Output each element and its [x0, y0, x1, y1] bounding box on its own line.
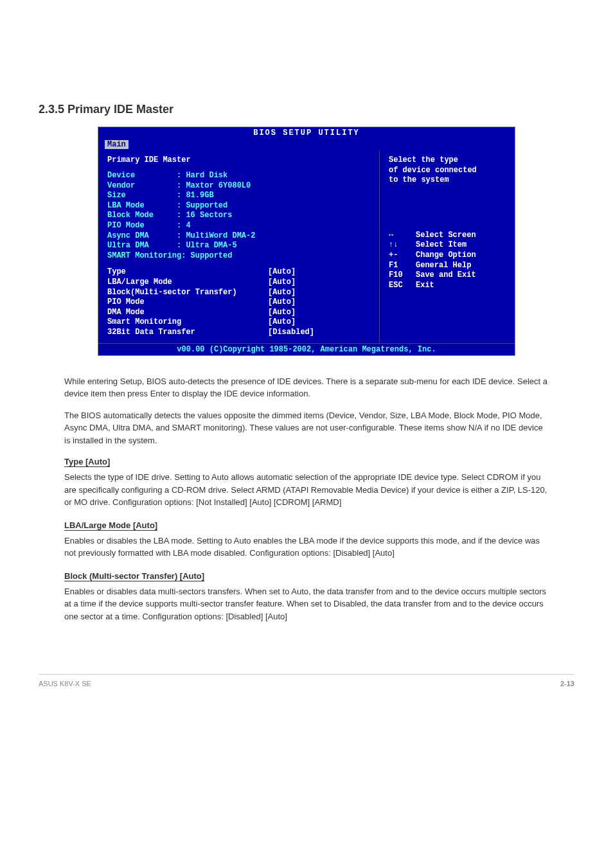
setting-label: DMA Mode: [107, 308, 268, 318]
lba-heading: LBA/Large Mode [Auto]: [64, 520, 157, 531]
bios-info-row: PIO Mode : 4: [107, 221, 370, 231]
nav-row: +- Change Option: [389, 251, 506, 261]
nav-label: Select Item: [416, 240, 466, 251]
lba-paragraph: Enables or disables the LBA mode. Settin…: [64, 535, 549, 560]
setting-label: Type: [107, 267, 268, 278]
bios-info-row: Block Mode : 16 Sectors: [107, 211, 370, 221]
bios-tab-row: Main: [98, 139, 515, 150]
nav-row: F10 Save and Exit: [389, 270, 506, 281]
bios-left-panel: Primary IDE Master Device : Hard Disk Ve…: [98, 150, 380, 343]
type-paragraph: Selects the type of IDE drive. Setting t…: [64, 471, 549, 509]
setting-label: LBA/Large Mode: [107, 278, 268, 288]
setting-value[interactable]: [Auto]: [268, 297, 296, 308]
bios-setting-pio[interactable]: PIO Mode [Auto]: [107, 297, 370, 308]
nav-label: Change Option: [416, 251, 476, 261]
nav-row: ↔ Select Screen: [389, 231, 506, 241]
setting-value[interactable]: [Auto]: [268, 278, 296, 288]
nav-key: +-: [389, 251, 416, 261]
setting-label: Smart Monitoring: [107, 317, 268, 328]
setting-label: PIO Mode: [107, 297, 268, 308]
bios-info-row: Vendor : Maxtor 6Y080L0: [107, 181, 370, 191]
block-paragraph: Enables or disables data multi-sectors t…: [64, 585, 549, 623]
bios-title: BIOS SETUP UTILITY: [98, 127, 515, 139]
bios-screenshot: BIOS SETUP UTILITY Main Primary IDE Mast…: [98, 127, 515, 356]
intro-paragraph: While entering Setup, BIOS auto-detects …: [64, 375, 549, 400]
bios-setting-type[interactable]: Type [Auto]: [107, 267, 370, 278]
type-heading: Type [Auto]: [64, 457, 110, 467]
nav-key: ESC: [389, 281, 416, 291]
bios-nav-block: ↔ Select Screen ↑↓ Select Item +- Change…: [389, 231, 506, 291]
setting-value[interactable]: [Auto]: [268, 317, 296, 328]
nav-label: Exit: [416, 281, 434, 291]
setting-value[interactable]: [Disabled]: [268, 328, 314, 338]
nav-key: F1: [389, 261, 416, 271]
bios-auto-paragraph: The BIOS automatically detects the value…: [64, 409, 549, 447]
nav-label: Select Screen: [416, 231, 476, 241]
nav-key: ↔: [389, 231, 416, 241]
bios-panel-title: Primary IDE Master: [107, 155, 370, 164]
nav-row: ↑↓ Select Item: [389, 240, 506, 251]
nav-key: ↑↓: [389, 240, 416, 251]
bios-info-row: Ultra DMA : Ultra DMA-5: [107, 241, 370, 251]
block-section: Block (Multi-sector Transfer) [Auto] Ena…: [64, 570, 549, 623]
nav-key: F10: [389, 270, 416, 281]
bios-setting-block[interactable]: Block(Multi-sector Transfer) [Auto]: [107, 288, 370, 298]
bios-footer: v00.00 (C)Copyright 1985-2002, American …: [98, 343, 515, 355]
type-section: Type [Auto] Selects the type of IDE driv…: [64, 456, 549, 509]
setting-value[interactable]: [Auto]: [268, 267, 296, 278]
lba-section: LBA/Large Mode [Auto] Enables or disable…: [64, 519, 549, 560]
bios-settings-block: Type [Auto] LBA/Large Mode [Auto] Block(…: [107, 267, 370, 337]
bios-info-row: LBA Mode : Supported: [107, 201, 370, 211]
nav-label: Save and Exit: [416, 270, 476, 281]
bios-tab-main[interactable]: Main: [105, 140, 129, 149]
nav-row: F1 General Help: [389, 261, 506, 271]
bios-setting-dma[interactable]: DMA Mode [Auto]: [107, 308, 370, 318]
bios-setting-32bit[interactable]: 32Bit Data Transfer [Disabled]: [107, 328, 370, 338]
setting-value[interactable]: [Auto]: [268, 288, 296, 298]
setting-label: 32Bit Data Transfer: [107, 328, 268, 338]
bios-info-row: Device : Hard Disk: [107, 171, 370, 181]
bios-info-row: Size : 81.9GB: [107, 191, 370, 201]
setting-value[interactable]: [Auto]: [268, 308, 296, 318]
nav-row: ESC Exit: [389, 281, 506, 291]
bios-setting-lba[interactable]: LBA/Large Mode [Auto]: [107, 278, 370, 288]
page-footer: ASUS K8V-X SE 2-13: [39, 674, 574, 687]
bios-help-text: Select the type of device connected to t…: [389, 155, 506, 186]
footer-left: ASUS K8V-X SE: [39, 680, 91, 687]
section-heading: 2.3.5 Primary IDE Master: [39, 103, 574, 116]
help-line: to the system: [389, 175, 506, 186]
bios-setting-smart[interactable]: Smart Monitoring [Auto]: [107, 317, 370, 328]
help-line: of device connected: [389, 166, 506, 176]
bios-info-block: Device : Hard Disk Vendor : Maxtor 6Y080…: [107, 171, 370, 261]
block-heading: Block (Multi-sector Transfer) [Auto]: [64, 571, 204, 581]
bios-info-row: Async DMA : MultiWord DMA-2: [107, 231, 370, 242]
nav-label: General Help: [416, 261, 471, 271]
bios-info-row: SMART Monitoring: Supported: [107, 251, 370, 261]
bios-right-panel: Select the type of device connected to t…: [380, 150, 515, 343]
setting-label: Block(Multi-sector Transfer): [107, 288, 268, 298]
footer-page-number: 2-13: [560, 680, 574, 687]
help-line: Select the type: [389, 155, 506, 166]
